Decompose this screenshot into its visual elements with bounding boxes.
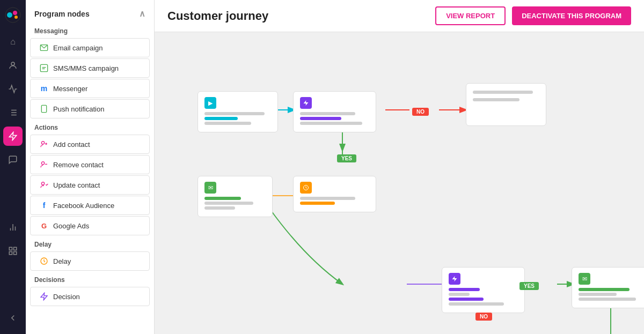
start-icon: ▶ [204, 97, 216, 109]
svg-marker-48 [452, 276, 457, 281]
panel-header: Program nodes ∧ [26, 0, 154, 23]
update-contact-item[interactable]: Update contact [30, 175, 150, 195]
email-node-header: ✉ [204, 182, 266, 194]
d1-bar-2 [300, 117, 341, 120]
messenger-icon: m [39, 84, 49, 93]
decision-node-2[interactable] [442, 267, 525, 313]
remove-contact-icon [39, 160, 49, 169]
update-contact-icon [39, 180, 49, 190]
svg-marker-11 [9, 132, 17, 140]
nav-messages[interactable] [3, 150, 23, 169]
google-ads-label: Google Ads [53, 222, 89, 230]
email-bar-1 [204, 197, 241, 200]
d1-bar-1 [300, 112, 355, 115]
right-node-top[interactable] [466, 83, 546, 126]
add-contact-item[interactable]: Add contact [30, 135, 150, 154]
sms-campaign-item[interactable]: SMS/MMS campaign [30, 58, 150, 78]
google-ads-item[interactable]: G Google Ads [30, 216, 150, 235]
email-node-2[interactable]: ✉ [572, 267, 644, 308]
delay-title: Delay [26, 236, 154, 250]
nav-home[interactable]: ⌂ [3, 32, 23, 51]
svg-point-3 [14, 16, 18, 19]
en2-bar-3 [579, 298, 636, 301]
delay-section: Delay Delay [26, 236, 154, 272]
start-node[interactable]: ▶ [197, 91, 278, 132]
sms-campaign-label: SMS/MMS campaign [53, 64, 119, 72]
decision-icon [39, 292, 49, 301]
d2-bar-3 [449, 302, 504, 306]
rn-top-bar-1 [473, 91, 533, 94]
nav-collapse[interactable] [3, 308, 23, 328]
canvas-area[interactable]: ▶ NO [155, 32, 644, 334]
delay-bar-1 [300, 197, 355, 200]
facebook-icon: f [39, 201, 49, 210]
email-bar-3 [204, 206, 235, 210]
delay-node-1[interactable] [293, 176, 376, 212]
d2-bar-1 [449, 288, 480, 291]
push-icon [39, 104, 49, 114]
messaging-section: Messaging Email campaign SMS/MMS campaig… [26, 23, 154, 120]
start-bar-2 [204, 117, 238, 120]
nav-integrations[interactable] [3, 241, 23, 261]
nav-automation[interactable] [3, 127, 23, 146]
decision-node-2-header [449, 273, 518, 285]
panel-collapse-icon[interactable]: ∧ [139, 9, 145, 19]
decision-item[interactable]: Decision [30, 287, 150, 306]
svg-rect-15 [9, 247, 12, 250]
decision-icon-2 [449, 273, 460, 285]
svg-marker-29 [41, 293, 47, 300]
svg-point-4 [11, 62, 14, 65]
messenger-item[interactable]: m Messenger [30, 79, 150, 98]
email-icon [39, 43, 49, 53]
decision-node-1[interactable] [293, 91, 376, 132]
no-badge-1: NO [412, 106, 429, 116]
svg-rect-23 [41, 105, 46, 112]
svg-point-2 [13, 11, 17, 15]
delay-item[interactable]: Delay [30, 251, 150, 271]
yes-badge-2: YES [519, 280, 539, 290]
svg-rect-17 [14, 251, 17, 254]
messaging-title: Messaging [26, 23, 154, 37]
actions-section: Actions Add contact Remove contact Updat… [26, 120, 154, 236]
email-node-icon: ✉ [204, 182, 216, 194]
decision-icon-1 [300, 97, 312, 109]
en2-bar-2 [579, 293, 617, 296]
delay-node-header [300, 182, 369, 194]
svg-point-26 [41, 162, 44, 165]
canvas-inner: ▶ NO [165, 43, 644, 334]
delay-icon [39, 256, 49, 266]
decision-label: Decision [53, 293, 80, 301]
svg-rect-20 [40, 64, 47, 71]
push-notification-label: Push notification [53, 105, 104, 113]
nav-lists[interactable] [3, 103, 23, 122]
svg-point-27 [41, 182, 44, 185]
d1-bar-3 [300, 122, 362, 125]
nav-reports[interactable] [3, 218, 23, 237]
d2-spacer [449, 293, 470, 296]
start-bar-3 [204, 122, 251, 125]
add-contact-label: Add contact [53, 140, 90, 149]
add-contact-icon [39, 139, 49, 149]
en2-bar-1 [579, 288, 630, 291]
start-node-header: ▶ [204, 97, 271, 109]
delay-node-icon [300, 182, 312, 194]
sidebar-nav: ⌂ [0, 0, 26, 334]
view-report-button[interactable]: VIEW REPORT [435, 6, 506, 25]
nav-analytics[interactable] [3, 79, 23, 99]
email-campaign-label: Email campaign [53, 44, 103, 52]
nav-contacts[interactable] [3, 56, 23, 75]
remove-contact-label: Remove contact [53, 161, 104, 169]
email-node-1[interactable]: ✉ [197, 176, 273, 217]
top-actions: VIEW REPORT DEACTIVATE THIS PROGRAM [435, 6, 631, 25]
delay-label: Delay [53, 257, 71, 265]
email-node-2-icon: ✉ [579, 273, 590, 285]
rn-top-bar-2 [473, 98, 519, 101]
push-notification-item[interactable]: Push notification [30, 99, 150, 118]
facebook-audience-item[interactable]: f Facebook Audience [30, 196, 150, 215]
panel-title: Program nodes [34, 10, 90, 18]
remove-contact-item[interactable]: Remove contact [30, 155, 150, 174]
email-campaign-item[interactable]: Email campaign [30, 38, 150, 57]
deactivate-program-button[interactable]: DEACTIVATE THIS PROGRAM [512, 6, 631, 25]
no-badge-2: NO [475, 311, 492, 321]
facebook-audience-label: Facebook Audience [53, 202, 114, 210]
